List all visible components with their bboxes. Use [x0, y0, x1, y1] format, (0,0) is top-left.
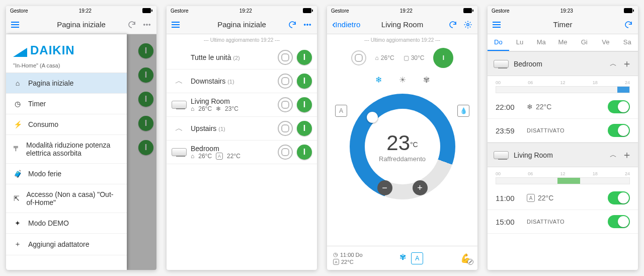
ac-unit-icon — [494, 151, 509, 159]
refresh-icon[interactable] — [624, 20, 633, 29]
toggle-switch[interactable] — [608, 124, 630, 137]
sidebar-item-label: Modo ferie — [28, 170, 61, 178]
sidebar-item-label: Aggiungi adattatore — [28, 240, 89, 248]
row-count: (1) — [227, 79, 234, 85]
timeline-living: 00 06 12 18 24 — [488, 167, 638, 186]
plus-button[interactable]: + — [413, 180, 428, 195]
sidebar-item-power-reduction[interactable]: 〒 Modalità riduzione potenza elettrica a… — [6, 135, 127, 164]
refresh-icon[interactable] — [448, 20, 457, 29]
gear-icon[interactable] — [463, 20, 472, 29]
menu-icon[interactable] — [172, 22, 180, 28]
off-button[interactable] — [278, 50, 293, 65]
refresh-icon[interactable] — [127, 20, 136, 29]
tab-day[interactable]: Gi — [574, 34, 595, 51]
on-button[interactable]: I — [297, 121, 312, 136]
timer-row[interactable]: 15:00 DISATTIVATO — [488, 210, 638, 234]
row-group-upstairs[interactable]: ︿ Upstairs (1) I — [167, 117, 317, 141]
sidebar-caption: "In-Home" (A casa) — [6, 62, 127, 73]
powerful-icon[interactable]: 💪 — [460, 253, 471, 264]
add-button[interactable]: ＋ — [622, 148, 632, 162]
chevron-up-icon: ︿ — [172, 76, 187, 87]
dry-right-icon[interactable]: 💧 — [457, 105, 469, 117]
sidebar-item-label: Consumo — [28, 120, 58, 128]
sidebar-item-outofhome[interactable]: ⇱ Accesso (Non a casa) "Out-of-Home" — [6, 184, 127, 213]
bottom-mode-icons: ✾ A — [399, 252, 423, 264]
timer-row[interactable]: 22:00 ❄22°C — [488, 95, 638, 119]
sidebar-item-demo[interactable]: ✦ Modo DEMO — [6, 213, 127, 234]
mode-heat-icon[interactable]: ☀ — [399, 75, 406, 85]
add-button[interactable]: ＋ — [622, 57, 632, 71]
timer-row[interactable]: 23:59 DISATTIVATO — [488, 119, 638, 143]
on-button[interactable]: I — [433, 48, 453, 68]
status-bar: Gestore 19:22 — [6, 6, 156, 15]
thermostat-dial[interactable]: 23°C Raffreddamento − + — [350, 94, 455, 199]
room-header-bedroom[interactable]: Bedroom ︿ ＋ — [488, 51, 638, 76]
tab-day[interactable]: Ma — [530, 34, 552, 51]
toggle-switch[interactable] — [608, 191, 630, 204]
sidebar-item-label: Pagina iniziale — [28, 79, 73, 87]
sidebar-item-home[interactable]: ⌂ Pagina iniziale — [6, 73, 127, 94]
more-icon[interactable] — [142, 20, 151, 29]
on-button[interactable]: I — [297, 50, 312, 65]
room-name: Living Room — [514, 151, 605, 159]
tick-label: 00 — [496, 80, 501, 85]
tab-day[interactable]: Me — [552, 34, 574, 51]
menu-icon[interactable] — [493, 22, 501, 28]
chevron-up-icon: ︿ — [172, 123, 187, 134]
dial-center: 23°C Raffreddamento — [365, 109, 440, 184]
tab-day[interactable]: Lu — [509, 34, 531, 51]
sidebar-item-holiday[interactable]: 🧳 Modo ferie — [6, 164, 127, 184]
menu-icon[interactable] — [11, 22, 19, 28]
on-button[interactable]: I — [297, 145, 312, 160]
toggle-switch[interactable] — [608, 215, 630, 228]
fan-icon[interactable]: ✾ — [399, 252, 406, 264]
sidebar-item-consumo[interactable]: ⚡ Consumo — [6, 114, 127, 135]
svg-rect-10 — [463, 8, 472, 13]
timeline-bar[interactable] — [496, 86, 630, 93]
tab-day[interactable]: Ve — [595, 34, 617, 51]
off-button[interactable] — [278, 121, 293, 136]
refresh-icon[interactable] — [288, 20, 297, 29]
tab-day[interactable]: Do — [488, 34, 509, 51]
next-schedule: ◷11:00 Do A22°C — [333, 251, 363, 265]
off-button[interactable] — [278, 145, 293, 160]
back-button[interactable]: Indietro — [332, 18, 360, 31]
minus-button[interactable]: − — [377, 180, 392, 195]
sidebar-item-label: Modo DEMO — [28, 219, 69, 227]
tick-label: 00 — [496, 171, 501, 176]
toggle-switch[interactable] — [608, 100, 630, 113]
tab-day[interactable]: Sa — [616, 34, 638, 51]
sidebar-item-timer[interactable]: ◷ Timer — [6, 94, 127, 114]
svg-rect-0 — [142, 8, 151, 13]
home-icon: ⌂ — [13, 79, 22, 87]
timer-row[interactable]: 11:00 A22°C — [488, 186, 638, 210]
bottom-bar: ◷11:00 Do A22°C ✾ A 💪 — [327, 246, 477, 270]
indoor-temp: 26°C — [198, 105, 212, 112]
auto-left-icon[interactable]: A — [335, 105, 347, 117]
row-room-living[interactable]: Living Room ⌂26°C ❄23°C I — [167, 93, 317, 117]
mode-cool-icon[interactable]: ❄ — [375, 75, 382, 85]
off-button[interactable] — [351, 50, 366, 65]
timer-time: 11:00 — [496, 194, 521, 202]
mode-fan-icon[interactable]: ✾ — [423, 75, 430, 85]
row-all-units[interactable]: Tutte le unità (2) I — [167, 46, 317, 70]
chevron-up-icon[interactable]: ︿ — [610, 59, 617, 68]
off-button[interactable] — [278, 74, 293, 89]
row-group-downstairs[interactable]: ︿ Downstairs (1) I — [167, 70, 317, 93]
timeline-bar[interactable] — [496, 177, 630, 184]
row-room-bedroom[interactable]: Bedroom ⌂26°C A22°C I — [167, 141, 317, 164]
more-icon[interactable] — [303, 20, 312, 29]
on-button[interactable]: I — [297, 97, 312, 112]
indoor-temp: 26°C — [381, 54, 394, 61]
outdoor-temp: 30°C — [411, 54, 425, 61]
status-bar: Gestore 19:22 — [167, 6, 317, 15]
off-button[interactable] — [278, 97, 293, 112]
sidebar-item-add-adapter[interactable]: ＋ Aggiungi adattatore — [6, 234, 127, 255]
auto-icon[interactable]: A — [411, 252, 423, 264]
room-header-living[interactable]: Living Room ︿ ＋ — [488, 143, 638, 167]
on-button[interactable]: I — [297, 74, 312, 89]
tick-label: 06 — [528, 171, 533, 176]
home-icon: ⌂ — [375, 54, 379, 61]
chevron-up-icon[interactable]: ︿ — [610, 151, 617, 160]
page-title: Pagina iniziale — [202, 20, 282, 29]
